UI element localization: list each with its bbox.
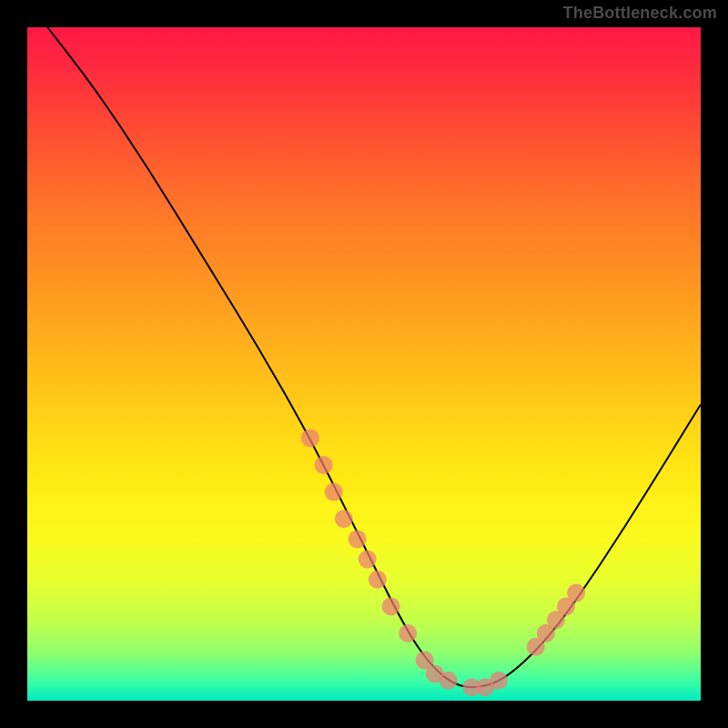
- curve-marker: [490, 672, 508, 690]
- curve-marker: [315, 456, 333, 474]
- chart-svg: [27, 27, 701, 701]
- curve-marker: [359, 551, 377, 569]
- curve-marker: [349, 530, 367, 548]
- curve-marker: [382, 597, 400, 615]
- curve-marker: [567, 584, 585, 602]
- bottleneck-curve: [47, 27, 701, 687]
- curve-marker: [301, 429, 319, 447]
- curve-marker: [335, 510, 353, 528]
- curve-marker: [399, 624, 417, 642]
- curve-marker: [440, 672, 458, 690]
- curve-marker: [369, 571, 387, 589]
- curve-marker: [325, 483, 343, 501]
- curve-markers-group: [301, 429, 585, 696]
- watermark-text: TheBottleneck.com: [563, 4, 717, 23]
- chart-plot-area: [27, 27, 701, 701]
